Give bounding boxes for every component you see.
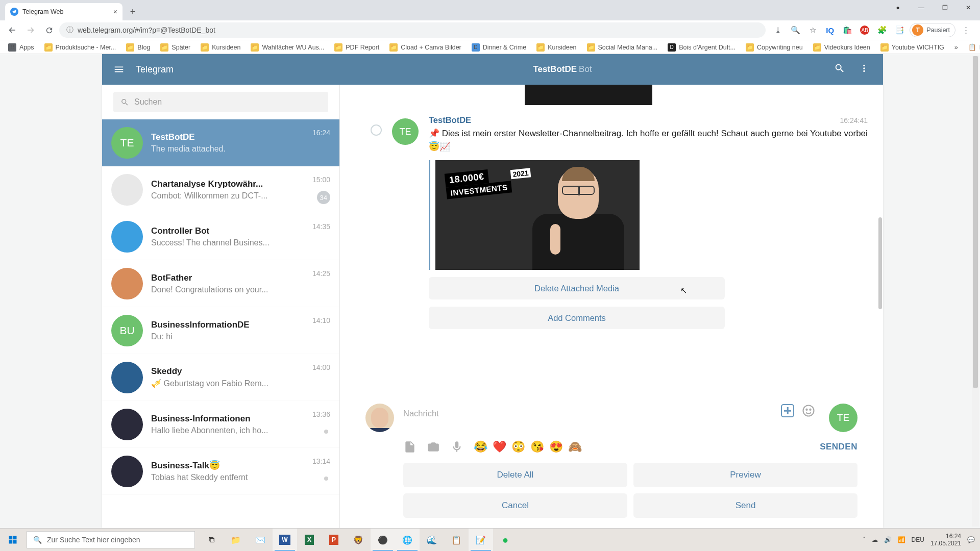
send-button[interactable]: Send <box>633 493 857 518</box>
menu-button[interactable] <box>102 64 136 75</box>
emoji-button[interactable]: 🙈 <box>568 440 582 454</box>
chat-list-item[interactable]: BUBusinessInformationDEDu: hi14:10 <box>102 307 339 354</box>
zoom-icon[interactable]: 🔍 <box>788 23 802 37</box>
attach-file-icon[interactable] <box>403 440 416 454</box>
reading-list-button[interactable]: 📋Leseliste <box>964 42 980 53</box>
message-area[interactable]: TE TestBotDE 16:24:41 📌 Dies ist mein er… <box>340 85 883 397</box>
bookmark-overflow[interactable]: » <box>950 42 962 53</box>
url-field[interactable]: ⓘ web.telegram.org/#/im?p=@TestBotDE_bot <box>59 22 766 38</box>
task-view-icon[interactable]: ⧉ <box>199 529 224 552</box>
wifi-icon[interactable]: 📶 <box>898 536 905 543</box>
conversation-scrollbar[interactable] <box>878 217 882 309</box>
browser-tab[interactable]: Telegram Web × <box>5 3 122 20</box>
extensions-icon[interactable]: 🧩 <box>875 23 889 37</box>
user-avatar[interactable] <box>365 404 394 432</box>
obs-icon[interactable]: ⚫ <box>371 529 395 552</box>
emoji-picker-icon[interactable] <box>801 404 816 418</box>
bookmark-item[interactable]: DBois d'Argent Duft... <box>664 42 740 53</box>
add-comments-button[interactable]: Add Comments <box>429 307 725 329</box>
bookmark-item[interactable]: 📁Kursideen <box>197 42 244 53</box>
bookmark-item[interactable]: 📁Später <box>156 42 194 53</box>
back-button[interactable] <box>4 22 20 38</box>
site-info-icon[interactable]: ⓘ <box>66 26 74 35</box>
chat-list-item[interactable]: Chartanalyse Kryptowähr...Combot: Willko… <box>102 166 339 213</box>
bot-avatar[interactable]: TE <box>829 404 857 432</box>
emoji-button[interactable]: ❤️ <box>493 440 506 454</box>
powerpoint-icon[interactable]: P <box>322 529 346 552</box>
sender-name[interactable]: TestBotDE <box>429 115 868 125</box>
bookmark-item[interactable]: 📁Cload + Canva Bilder <box>385 42 465 53</box>
account-dot-icon[interactable]: ● <box>886 0 910 15</box>
chat-list-item[interactable]: Business-InformationenHallo liebe Abonne… <box>102 401 339 448</box>
maximize-icon[interactable]: ❐ <box>933 0 957 15</box>
tray-chevron-icon[interactable]: ˄ <box>863 536 866 543</box>
more-icon[interactable] <box>859 63 870 76</box>
chat-header-title[interactable]: TestBotDEBot <box>304 64 821 74</box>
bookmark-star-icon[interactable]: ☆ <box>805 23 820 37</box>
chrome-icon[interactable]: 🌐 <box>395 529 420 552</box>
camera-icon[interactable] <box>427 440 440 454</box>
chat-list[interactable]: TETestBotDEThe media attached.16:24Chart… <box>102 119 339 528</box>
extension-icon[interactable]: 🛍️ <box>840 23 854 37</box>
send-label[interactable]: SENDEN <box>820 442 857 452</box>
bookmark-item[interactable]: 📁Kursideen <box>532 42 580 53</box>
excel-icon[interactable]: X <box>297 529 322 552</box>
new-tab-button[interactable]: + <box>126 5 140 19</box>
edge-icon[interactable]: 🌊 <box>420 529 444 552</box>
brave-icon[interactable]: 🦁 <box>346 529 371 552</box>
scrollbar-thumb[interactable] <box>973 56 978 388</box>
mail-icon[interactable]: ✉️ <box>248 529 273 552</box>
previous-attachment-thumb[interactable] <box>525 85 652 105</box>
bookmark-item[interactable]: 📁Social Media Mana... <box>583 42 662 53</box>
chat-list-item[interactable]: BotFatherDone! Congratulations on your..… <box>102 260 339 307</box>
bookmark-item[interactable]: 📁Videokurs Ideen <box>809 42 874 53</box>
attachment-thumbnail[interactable]: 18.000€ INVESTMENTS 2021 <box>435 160 640 270</box>
language-indicator[interactable]: DEU <box>912 536 924 543</box>
bookmark-item[interactable]: DDinner & Crime <box>468 42 530 53</box>
profile-button[interactable]: T Pausiert <box>910 23 955 37</box>
close-window-icon[interactable]: ✕ <box>957 0 980 15</box>
volume-icon[interactable]: 🔊 <box>884 536 892 543</box>
reading-list-icon[interactable]: 📑 <box>892 23 906 37</box>
select-checkbox[interactable] <box>371 124 382 136</box>
emoji-button[interactable]: 😂 <box>474 440 487 454</box>
forward-button[interactable] <box>22 22 39 38</box>
delete-all-button[interactable]: Delete All <box>403 463 627 487</box>
reload-button[interactable] <box>41 22 57 38</box>
bookmark-item[interactable]: 📁Produktsuche - Mer... <box>40 42 120 53</box>
cancel-button[interactable]: Cancel <box>403 493 627 518</box>
clock[interactable]: 16:24 17.05.2021 <box>930 533 961 547</box>
notifications-icon[interactable]: 💬 <box>967 536 975 543</box>
bookmark-item[interactable]: 📁Copywriting neu <box>742 42 807 53</box>
search-input[interactable]: Suchen <box>113 92 328 112</box>
apps-button[interactable]: ⠿Apps <box>4 42 38 53</box>
app-icon[interactable]: 📋 <box>444 529 469 552</box>
search-icon[interactable] <box>834 63 845 76</box>
keyboard-icon[interactable] <box>781 404 794 417</box>
explorer-icon[interactable]: 📁 <box>224 529 248 552</box>
bookmark-item[interactable]: 📁Wahlfächer WU Aus... <box>247 42 328 53</box>
start-button[interactable] <box>0 529 26 552</box>
chat-list-item[interactable]: Controller BotSuccess! The channel Busin… <box>102 213 339 260</box>
browser-menu-icon[interactable]: ⋮ <box>959 23 973 37</box>
spotify-icon[interactable]: ● <box>493 529 518 552</box>
bookmark-item[interactable]: 📁PDF Report <box>330 42 383 53</box>
taskbar-search[interactable]: 🔍 Zur Suche Text hier eingeben <box>27 531 195 548</box>
microphone-icon[interactable] <box>450 440 463 454</box>
delete-media-button[interactable]: Delete Attached Media <box>429 277 725 299</box>
emoji-button[interactable]: 😳 <box>511 440 525 454</box>
bookmark-item[interactable]: 📁Youtube WICHTIG <box>876 42 948 53</box>
notepad-icon[interactable]: 📝 <box>469 529 493 552</box>
chat-list-item[interactable]: Business-Talk😇Tobias hat Skeddy entfernt… <box>102 448 339 495</box>
preview-button[interactable]: Preview <box>633 463 857 487</box>
close-tab-icon[interactable]: × <box>113 8 117 16</box>
sync-icon[interactable]: ☁ <box>872 536 878 543</box>
adblock-icon[interactable]: AB <box>857 23 872 37</box>
emoji-button[interactable]: 😍 <box>549 440 563 454</box>
chat-list-item[interactable]: Skeddy🎺 Geburtstag von Fabio Rem...14:00 <box>102 354 339 401</box>
word-icon[interactable]: W <box>273 529 297 552</box>
emoji-button[interactable]: 😘 <box>530 440 544 454</box>
page-scrollbar[interactable] <box>972 56 979 527</box>
message-input[interactable]: Nachricht <box>403 404 772 423</box>
sender-avatar[interactable]: TE <box>392 118 419 145</box>
